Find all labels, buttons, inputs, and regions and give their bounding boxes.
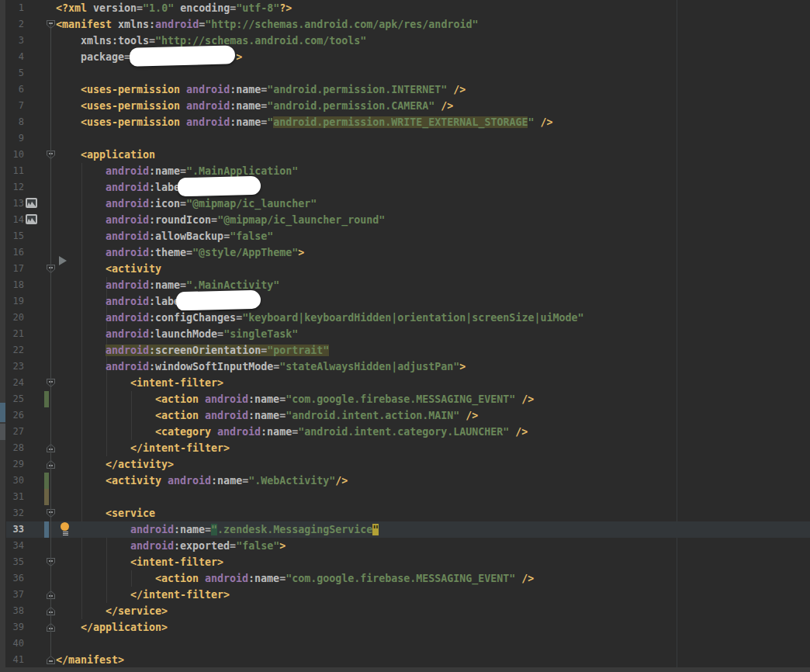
code-token: "portrait" [267, 345, 329, 356]
line-number: 2 [3, 16, 24, 33]
current-line-highlight [6, 521, 810, 538]
code-text[interactable]: <intent-filter> [130, 375, 223, 391]
image-preview-icon[interactable] [26, 214, 37, 224]
intention-lightbulb-icon[interactable] [61, 522, 70, 536]
image-preview-icon[interactable] [26, 198, 37, 208]
editor-line: 1<?xml version="1.0" encoding="utf-8"?> [0, 0, 810, 16]
code-text[interactable]: </application> [81, 619, 168, 636]
code-text[interactable]: <activity android:name=".WebActivity"/> [106, 473, 348, 489]
code-token: :name [230, 84, 261, 95]
code-text[interactable]: android:name=".zendesk.MessagingService" [130, 521, 379, 538]
code-text[interactable]: android:windowSoftInputMode="stateAlways… [106, 359, 466, 375]
line-number: 18 [3, 277, 24, 293]
gutter-divider [50, 24, 51, 656]
code-token: package [81, 51, 124, 63]
editor-line: 12android:label [0, 179, 810, 196]
code-text[interactable]: <category android:name="android.intent.c… [155, 424, 528, 440]
code-token: = [223, 230, 230, 242]
editor-line: 3xmlns:tools="http://schemas.android.com… [0, 33, 810, 49]
code-token: "com.google.firebase.MESSAGING_EVENT" [286, 393, 515, 405]
run-marker-icon[interactable] [59, 256, 67, 265]
code-token: android [106, 296, 149, 307]
code-token: > [298, 247, 304, 258]
code-token: encoding [180, 2, 230, 14]
code-token: </manifest> [56, 654, 124, 666]
line-number: 35 [3, 554, 24, 570]
code-text[interactable]: <manifest xmlns:android="http://schemas.… [56, 16, 478, 33]
code-token: android [106, 328, 149, 340]
code-token: android.permission.WRITE_EXTERNAL_STORAG… [273, 116, 528, 128]
code-token: android [186, 116, 230, 128]
code-text[interactable]: <action android:name="android.intent.act… [155, 407, 478, 424]
editor-line: 14android:roundIcon="@mipmap/ic_launcher… [0, 212, 810, 228]
change-marker-modified[interactable] [44, 521, 49, 538]
code-token: <intent-filter> [130, 556, 223, 568]
code-token: android [106, 345, 149, 356]
code-token: :theme [149, 247, 186, 258]
line-number: 21 [3, 326, 24, 342]
editor-line: 17<activity [0, 261, 810, 277]
code-token: "stateAlwaysHidden|adjustPan" [279, 361, 459, 372]
analysis-marker-gray [0, 424, 5, 440]
code-token: android [217, 426, 261, 438]
code-text[interactable]: <application [81, 147, 155, 163]
code-token: <action [155, 410, 205, 421]
code-text[interactable]: </manifest> [56, 652, 124, 668]
code-token: android [106, 361, 149, 372]
code-token: = [236, 312, 242, 324]
code-token: :name [149, 279, 180, 291]
code-token: :name [248, 393, 279, 405]
line-number: 38 [3, 603, 24, 619]
line-number: 7 [3, 98, 24, 114]
code-text[interactable]: </service> [106, 603, 168, 619]
code-token: = [180, 165, 186, 177]
line-number: 19 [3, 293, 24, 310]
code-text[interactable]: </intent-filter> [130, 587, 230, 603]
code-token: </intent-filter> [130, 442, 230, 454]
code-text[interactable]: android:label [106, 179, 186, 196]
editor-line: 19android:label [0, 293, 810, 310]
editor-line: 18android:name=".MainActivity" [0, 277, 810, 293]
code-text[interactable]: <uses-permission android:name="android.p… [81, 114, 552, 130]
code-text[interactable]: android:icon="@mipmap/ic_launcher" [106, 196, 317, 212]
editor-line: 41</manifest> [0, 652, 810, 668]
code-token: :name [149, 165, 180, 177]
change-marker-added[interactable] [44, 391, 49, 407]
code-text[interactable]: android:allowBackup="false" [106, 228, 273, 244]
code-text[interactable]: android:theme="@style/AppTheme"> [106, 244, 304, 261]
redaction-blob [130, 45, 236, 66]
change-marker-added[interactable] [44, 473, 49, 489]
code-editor[interactable]: 1<?xml version="1.0" encoding="utf-8"?>2… [0, 0, 810, 672]
code-text[interactable]: android:roundIcon="@mipmap/ic_launcher_r… [106, 212, 385, 228]
code-text[interactable]: <action android:name="com.google.firebas… [155, 391, 534, 407]
code-text[interactable]: android:exported="false"> [130, 538, 286, 554]
code-text[interactable]: android:configChanges="keyboard|keyboard… [106, 310, 583, 326]
code-text[interactable]: android:screenOrientation="portrait" [106, 342, 329, 359]
code-token: android [130, 524, 174, 535]
code-text[interactable]: <activity [106, 261, 161, 277]
code-text[interactable]: android:label [106, 293, 186, 310]
code-token: </activity> [106, 459, 174, 470]
code-text[interactable]: android:launchMode="singleTask" [106, 326, 298, 342]
code-text[interactable]: </intent-filter> [130, 440, 230, 456]
code-text[interactable]: <action android:name="com.google.firebas… [155, 570, 534, 587]
code-text[interactable]: <uses-permission android:name="android.p… [81, 81, 466, 98]
line-number: 28 [3, 440, 24, 456]
code-text[interactable]: <service [106, 505, 155, 521]
code-token: /> [534, 116, 552, 128]
editor-line: 36<action android:name="com.google.fireb… [0, 570, 810, 587]
code-text[interactable]: <uses-permission android:name="android.p… [81, 98, 453, 114]
editor-line: 2<manifest xmlns:android="http://schemas… [0, 16, 810, 33]
code-text[interactable]: </activity> [106, 456, 174, 473]
code-token: = [273, 361, 279, 372]
code-token: = [279, 393, 286, 405]
code-text[interactable]: <intent-filter> [130, 554, 223, 570]
editor-line: 34android:exported="false"> [0, 538, 810, 554]
editor-line: 23android:windowSoftInputMode="stateAlwa… [0, 359, 810, 375]
fold-end-icon[interactable] [47, 656, 55, 664]
editor-line: 20android:configChanges="keyboard|keyboa… [0, 310, 810, 326]
code-text[interactable]: <?xml version="1.0" encoding="utf-8"?> [56, 0, 292, 16]
code-token: /> [515, 573, 534, 584]
change-marker-whitespace[interactable] [44, 489, 49, 505]
editor-line: 31 [0, 489, 810, 505]
